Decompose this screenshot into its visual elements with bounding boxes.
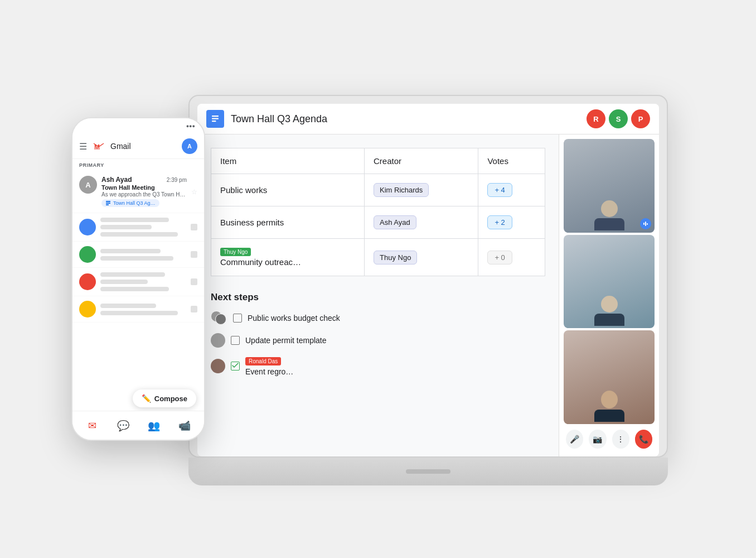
next-step-item: Public works budget check	[211, 311, 545, 325]
votes-cell: + 0	[478, 239, 545, 276]
phone: ●●● ☰ M Gmail A PRIMARY A Ash Ayad 2:39 …	[71, 117, 205, 441]
placeholder-lines	[100, 218, 186, 237]
doc-area: Item Creator Votes Public works	[197, 134, 559, 456]
vote-chip[interactable]: + 4	[487, 183, 512, 197]
star-icon[interactable]	[191, 251, 197, 258]
placeholder-avatar	[79, 273, 96, 290]
placeholder-row[interactable]	[72, 213, 204, 242]
creator-cell: Kim Richards	[365, 174, 478, 206]
nav-video-icon[interactable]: 📹	[175, 416, 195, 436]
placeholder-avatar	[79, 301, 96, 318]
votes-cell: + 2	[478, 206, 545, 239]
next-step-item: Ronald Das Event regro…	[211, 355, 545, 377]
gmail-header: ☰ M Gmail A	[72, 134, 204, 159]
step-checkbox[interactable]	[231, 362, 240, 371]
placeholder-lines	[100, 249, 186, 261]
star-icon[interactable]	[191, 306, 197, 312]
gmail-logo: M	[93, 140, 105, 152]
primary-label: PRIMARY	[72, 159, 204, 171]
avatar-group: R S P	[587, 109, 650, 128]
svg-rect-3	[643, 223, 644, 225]
placeholder-row[interactable]	[72, 242, 204, 268]
mute-button[interactable]: 🎤	[566, 430, 583, 449]
vote-chip[interactable]: + 0	[487, 251, 512, 264]
placeholder-lines	[100, 272, 186, 291]
star-icon[interactable]	[191, 224, 197, 230]
votes-cell: + 4	[478, 174, 545, 206]
gmail-label: Gmail	[110, 142, 176, 151]
video-panel: 🎤 📷 ⋮ 📞	[559, 134, 659, 456]
creator-cell: Thuy Ngo	[365, 239, 478, 276]
email-preview: As we approach the Q3 Town Ha…	[101, 191, 187, 198]
svg-rect-2	[212, 121, 216, 122]
hamburger-icon[interactable]: ☰	[79, 141, 87, 152]
video-tile-2	[564, 235, 655, 329]
more-options-button[interactable]: ⋮	[612, 430, 629, 449]
placeholder-lines	[100, 304, 186, 315]
laptop-notch	[406, 469, 450, 474]
gmail-user-avatar[interactable]: A	[182, 138, 197, 154]
laptop-screen: Town Hall Q3 Agenda R S P Item	[197, 104, 659, 456]
docs-title: Town Hall Q3 Agenda	[231, 113, 580, 125]
item-cell: Thuy Ngo Community outreac…	[211, 239, 365, 276]
svg-rect-1	[212, 118, 219, 119]
creator-cell: Ash Ayad	[365, 206, 478, 239]
svg-rect-5	[647, 223, 648, 225]
table-row: Business permits Ash Ayad + 2	[211, 206, 545, 239]
next-steps-title: Next steps	[211, 292, 545, 303]
svg-rect-10	[106, 204, 109, 205]
pencil-icon: ✏️	[142, 394, 151, 403]
email-body: Ash Ayad 2:39 pm Town Hall Meeting As we…	[101, 176, 187, 208]
speaking-indicator	[640, 218, 651, 229]
step-avatar	[211, 359, 225, 373]
docs-chip-icon	[105, 200, 111, 206]
svg-rect-8	[106, 201, 110, 202]
camera-button[interactable]: 📷	[589, 430, 606, 449]
star-icon[interactable]	[191, 278, 197, 285]
step-text: Public works budget check	[248, 314, 340, 323]
avatar-r[interactable]: R	[587, 109, 605, 128]
svg-rect-4	[645, 222, 646, 226]
laptop: Town Hall Q3 Agenda R S P Item	[188, 95, 668, 485]
email-subject: Town Hall Meeting	[101, 184, 187, 191]
step-checkbox[interactable]	[233, 314, 242, 323]
table-row: Public works Kim Richards + 4	[211, 174, 545, 206]
email-item[interactable]: A Ash Ayad 2:39 pm Town Hall Meeting As …	[72, 171, 204, 213]
creator-chip: Kim Richards	[374, 183, 429, 197]
svg-text:M: M	[94, 143, 100, 151]
table-row: Thuy Ngo Community outreac… Thuy Ngo + 0	[211, 239, 545, 276]
docs-icon	[206, 110, 224, 128]
ronald-das-cursor: Ronald Das	[245, 357, 281, 365]
avatar-p[interactable]: P	[631, 109, 650, 128]
nav-chat-icon[interactable]: 💬	[113, 416, 133, 436]
col-item: Item	[211, 148, 365, 174]
avatar-s[interactable]: S	[609, 109, 628, 128]
docs-content: Item Creator Votes Public works	[197, 134, 659, 456]
col-creator: Creator	[365, 148, 478, 174]
svg-rect-9	[106, 203, 110, 204]
compose-button[interactable]: ✏️ Compose	[133, 389, 196, 407]
end-call-button[interactable]: 📞	[635, 430, 652, 449]
video-tile-3	[564, 330, 655, 424]
docs-header: Town Hall Q3 Agenda R S P	[197, 104, 659, 134]
step-checkbox[interactable]	[231, 336, 240, 345]
placeholder-row[interactable]	[72, 268, 204, 296]
laptop-base	[188, 458, 668, 485]
nav-mail-icon[interactable]: ✉	[83, 416, 103, 436]
placeholder-avatar	[79, 219, 96, 235]
step-avatar-multi	[211, 311, 227, 325]
next-step-item: Update permit template	[211, 333, 545, 348]
nav-meet-icon[interactable]: 👥	[144, 416, 164, 436]
placeholder-row[interactable]	[72, 296, 204, 323]
email-avatar: A	[79, 176, 97, 194]
email-sender: Ash Ayad	[101, 176, 132, 184]
svg-rect-0	[212, 116, 219, 117]
vote-chip[interactable]: + 2	[487, 215, 512, 229]
placeholder-avatar	[79, 246, 96, 263]
step-text: Event regro…	[245, 367, 293, 376]
creator-chip: Thuy Ngo	[374, 251, 417, 264]
item-cell: Public works	[211, 174, 365, 206]
step-avatar	[211, 333, 225, 348]
email-chip: Town Hall Q3 Ag…	[101, 199, 159, 207]
star-icon[interactable]: ☆	[191, 188, 197, 196]
